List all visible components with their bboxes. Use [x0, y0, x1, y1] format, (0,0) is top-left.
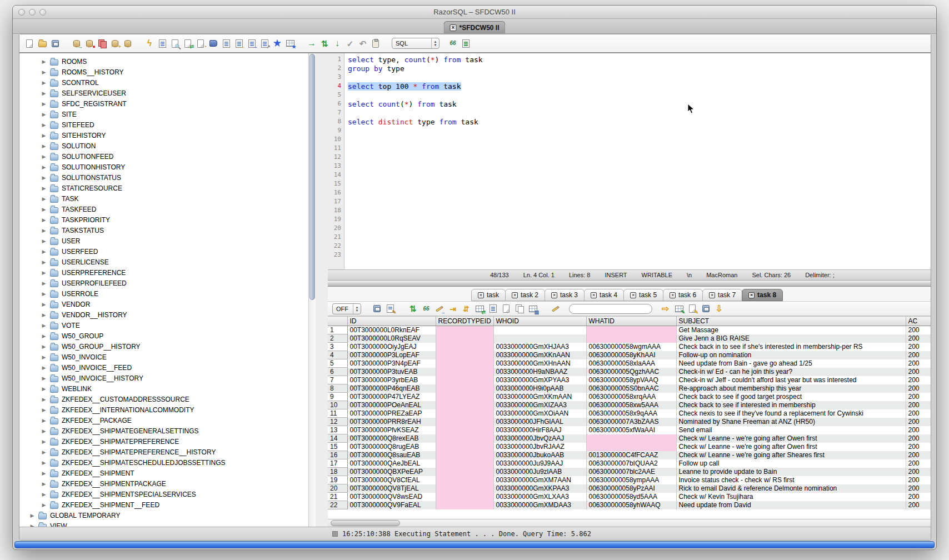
row-number[interactable]: 14 — [328, 434, 347, 443]
null-cell[interactable] — [436, 384, 493, 393]
data-cell[interactable]: 200 — [906, 501, 931, 509]
data-cell[interactable]: 00T3000000QAeJbEAL — [347, 459, 436, 468]
result-tab-task-2[interactable]: ×task 2 — [505, 289, 545, 301]
disclosure-triangle-icon[interactable]: ▶ — [41, 249, 47, 254]
table-row[interactable]: 1200T3000000PRR8rEAH0033000000JFhGlAAL00… — [328, 418, 931, 426]
data-cell[interactable]: 200 — [906, 426, 931, 434]
disclosure-triangle-icon[interactable]: ▶ — [41, 418, 47, 423]
table-row[interactable]: 400T3000000P3LopEAF0033000000GmXKnAAN006… — [328, 351, 931, 359]
disclosure-triangle-icon[interactable]: ▶ — [41, 344, 47, 349]
tree-item-staticresource[interactable]: ▶STATICRESOURCE — [19, 183, 308, 193]
edit-cell-icon[interactable]: → — [434, 303, 445, 314]
data-cell[interactable]: 200 — [906, 409, 931, 418]
tree-item-w50-invoice[interactable]: ▶W50_INVOICE — [19, 352, 308, 362]
execute-sql-icon[interactable]: ϟ — [144, 38, 155, 49]
null-cell[interactable] — [436, 368, 493, 376]
data-cell[interactable]: 0033000000GmXM7AAN — [493, 476, 586, 484]
pane-divider[interactable] — [316, 53, 328, 527]
disclosure-triangle-icon[interactable]: ▶ — [41, 259, 47, 265]
statement-type-stepper-icon[interactable]: ▲▼ — [431, 38, 439, 48]
data-cell[interactable]: 0033000000H9aNBAAZ — [493, 368, 586, 376]
tree-item-solutionfeed[interactable]: ▶SOLUTIONFEED — [19, 151, 308, 162]
disconnect-icon[interactable]: ● — [84, 38, 95, 49]
tree-item-sfdc-registrant[interactable]: ▶SFDC_REGISTRANT — [19, 98, 308, 109]
copy-table-icon[interactable]: ▤ — [527, 303, 538, 314]
undo-icon[interactable]: ↶ — [357, 38, 368, 49]
code-line[interactable]: select type, count(*) from task — [348, 56, 931, 64]
disclosure-triangle-icon[interactable]: ▶ — [41, 428, 47, 434]
sql-editor[interactable]: 1234567891011121314151617181920212223 se… — [328, 53, 931, 269]
row-number[interactable]: 8 — [328, 384, 347, 393]
table-row[interactable]: 500T3000000P3N4pEAF0033000000GmXHnAAN006… — [328, 359, 931, 368]
disclosure-triangle-icon[interactable]: ▶ — [41, 449, 47, 455]
data-cell[interactable]: 0033000000GmXPYAA3 — [493, 376, 586, 384]
data-cell[interactable]: Need update from David — [676, 501, 906, 509]
result-tab-task-8[interactable]: ×task 8 — [742, 289, 783, 301]
download-icon[interactable]: ⇩ — [713, 303, 725, 314]
format-sql-icon[interactable]: → — [233, 38, 244, 49]
code-line[interactable]: select top 100 * from task — [348, 82, 931, 91]
data-cell[interactable]: 200 — [906, 334, 931, 343]
table-row[interactable]: 1700T3000000QAeJbEAL0033000000Ju9J9AAJ00… — [328, 459, 931, 468]
disclosure-triangle-icon[interactable]: ▶ — [41, 143, 47, 149]
tree-item-view[interactable]: ▶VIEW — [19, 521, 308, 527]
code-line[interactable] — [348, 216, 931, 224]
row-number[interactable]: 3 — [328, 343, 347, 351]
data-cell[interactable]: Check back in to see if she's interested… — [676, 343, 906, 351]
data-cell[interactable]: 200 — [906, 359, 931, 368]
column-header-id[interactable]: ID — [347, 317, 436, 326]
code-line[interactable]: select count(*) from task — [348, 100, 931, 109]
go-icon[interactable]: → — [306, 38, 317, 49]
add-connection-icon[interactable]: + — [109, 38, 121, 49]
data-cell[interactable]: Check-in w/ Ed - can he join this year? — [676, 368, 906, 376]
disclosure-triangle-icon[interactable]: ▶ — [41, 69, 47, 75]
data-cell[interactable]: 0013000000C4fFCAAZ — [586, 451, 676, 459]
data-cell[interactable]: 200 — [906, 451, 931, 459]
data-cell[interactable]: 006300000058yhWAAQ — [586, 501, 676, 509]
open-file-icon[interactable] — [37, 38, 48, 49]
disclosure-triangle-icon[interactable]: ▶ — [41, 186, 47, 191]
disclosure-triangle-icon[interactable]: ▶ — [41, 460, 47, 466]
null-cell[interactable] — [586, 434, 676, 443]
null-cell[interactable] — [436, 376, 493, 384]
disclosure-triangle-icon[interactable]: ▶ — [29, 513, 35, 518]
data-cell[interactable]: Check w/ Leanne - we're going after Owen… — [676, 443, 906, 451]
code-line[interactable] — [348, 73, 931, 82]
result-tab-task-4[interactable]: ×task 4 — [584, 289, 624, 301]
disclosure-triangle-icon[interactable]: ▶ — [41, 238, 47, 244]
data-cell[interactable]: 0033000000JFhGlAAL — [493, 418, 586, 426]
edit-results-icon[interactable]: ✎ — [384, 303, 396, 314]
null-cell[interactable] — [436, 501, 493, 509]
results-hscrollbar[interactable] — [328, 519, 931, 527]
code-line[interactable] — [348, 189, 931, 198]
tree-scrollbar-thumb[interactable] — [309, 54, 315, 300]
data-cell[interactable]: Check w/ Leanne - we're going after Owen… — [676, 434, 906, 443]
disclosure-triangle-icon[interactable]: ▶ — [41, 281, 47, 286]
disclosure-triangle-icon[interactable]: ▶ — [41, 302, 47, 307]
tree-item-selfserviceuser[interactable]: ▶SELFSERVICEUSER — [19, 88, 308, 98]
tree-item-w50-invoice-feed[interactable]: ▶W50_INVOICE__FEED — [19, 362, 308, 373]
code-line[interactable] — [348, 91, 931, 100]
data-cell[interactable]: 006300000058xrqAAA — [586, 393, 676, 401]
table-row[interactable]: 1000T3000000POeAnEAL0033000000GmXIZAA300… — [328, 401, 931, 409]
row-number[interactable]: 10 — [328, 401, 347, 409]
data-cell[interactable]: 200 — [906, 351, 931, 359]
fetch-icon[interactable]: ↓ — [332, 38, 343, 49]
data-cell[interactable]: 00T3000000Q8sauEAB — [347, 451, 436, 459]
tree-item-task[interactable]: ▶TASK — [19, 193, 308, 204]
data-cell[interactable]: 006300000058yKhAAI — [586, 351, 676, 359]
disclosure-triangle-icon[interactable]: ▶ — [41, 397, 47, 402]
row-number[interactable]: 16 — [328, 451, 347, 459]
tree-item-userrole[interactable]: ▶USERROLE — [19, 288, 308, 299]
tree-item-vote[interactable]: ▶VOTE — [19, 320, 308, 331]
table-row[interactable]: 1800T3000000QBXPeEAP0033000000Ju9zlAAB00… — [328, 468, 931, 476]
connect-icon[interactable]: → — [71, 38, 82, 49]
data-cell[interactable]: 00T3000000QV8wsEAD — [347, 493, 436, 501]
code-line[interactable] — [348, 162, 931, 171]
null-cell[interactable] — [436, 443, 493, 451]
result-tab-task-3[interactable]: ×task 3 — [545, 289, 585, 301]
results-search-input[interactable] — [569, 304, 652, 314]
table-row[interactable]: 1300T3000000PfvKSEAZ0033000000HirF8AAJ00… — [328, 426, 931, 434]
data-cell[interactable]: 00T3000000POeAnEAL — [347, 401, 436, 409]
data-cell[interactable]: Get Massage — [676, 326, 906, 334]
